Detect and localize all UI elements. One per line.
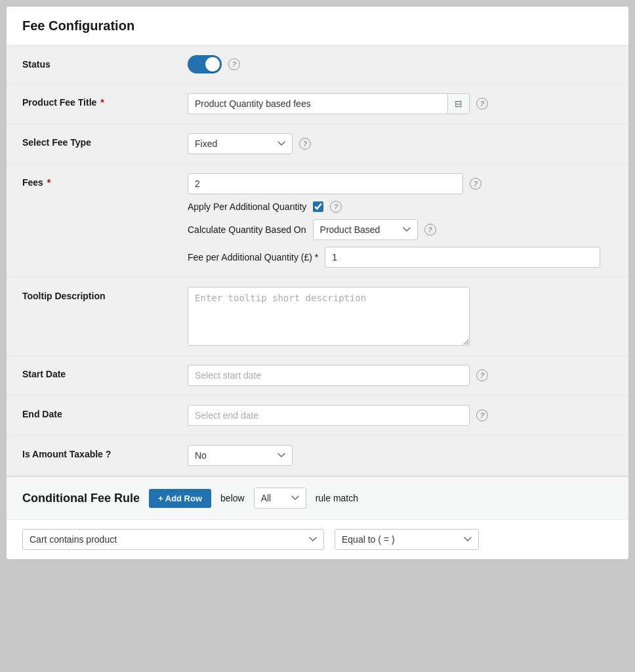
fees-field: ? Apply Per Additional Quantity ? Calcul… [177,164,628,277]
apply-per-qty-checkbox[interactable] [313,201,323,212]
section-header: Fee Configuration [7,7,628,46]
select-fee-type-field: Fixed Percentage ? [177,124,628,163]
fee-configuration-panel: Fee Configuration Status ? Product Fee T… [7,7,628,559]
calc-qty-label: Calculate Quantity Based On [188,224,306,235]
end-date-label: End Date [7,396,177,433]
required-star: * [98,97,104,108]
conditional-header: Conditional Fee Rule + Add Row below All… [7,476,628,519]
start-date-help-icon[interactable]: ? [476,369,488,381]
end-date-row: End Date ? [7,396,628,436]
fees-help-icon[interactable]: ? [470,178,481,190]
fees-required-star: * [45,177,51,188]
calc-qty-select[interactable]: Product Based Cart Based [313,219,418,240]
select-fee-type-row: Select Fee Type Fixed Percentage ? [7,124,628,164]
apply-per-qty-help-icon[interactable]: ? [330,201,342,213]
tooltip-row: Tooltip Description [7,278,628,356]
start-date-label: Start Date [7,356,177,393]
taxable-field: No Yes [177,436,628,475]
fees-row: Fees * ? Apply Per Additional Quantity ?… [7,164,628,278]
taxable-label: Is Amount Taxable ? [7,436,177,473]
status-toggle[interactable] [188,55,222,74]
fees-label: Fees * [7,164,177,201]
apply-per-qty-label: Apply Per Additional Quantity [188,201,306,212]
fee-per-qty-row: Fee per Additional Quantity (£) * [188,247,600,268]
below-label: below [220,493,245,503]
product-fee-title-row: Product Fee Title * ⊟ ? [7,84,628,124]
condition-select[interactable]: Cart contains product Cart total Product… [22,529,324,550]
rule-match-label: rule match [316,493,358,503]
taxable-row: Is Amount Taxable ? No Yes [7,436,628,476]
rule-select[interactable]: All Any [254,488,306,509]
end-date-field: ? [177,396,628,435]
title-icon: ⊟ [447,94,469,114]
status-label: Status [7,46,177,83]
page-title: Fee Configuration [22,18,613,33]
start-date-input[interactable] [188,365,470,386]
calc-qty-help-icon[interactable]: ? [424,224,436,236]
add-row-button[interactable]: + Add Row [149,489,211,508]
product-fee-title-help-icon[interactable]: ? [476,98,488,110]
fees-input[interactable] [188,173,463,194]
calc-qty-row: Calculate Quantity Based On Product Base… [188,219,436,240]
condition-row: Cart contains product Cart total Product… [7,519,628,559]
fee-per-qty-label: Fee per Additional Quantity (£) * [188,252,318,262]
tooltip-field [177,278,628,355]
status-row: Status ? [7,46,628,84]
toggle-track [188,55,222,74]
product-fee-title-input[interactable] [188,94,447,114]
toggle-thumb [205,57,220,72]
product-fee-title-label: Product Fee Title * [7,84,177,121]
status-field: ? [177,46,628,83]
taxable-select[interactable]: No Yes [188,445,293,466]
product-fee-title-field: ⊟ ? [177,84,628,123]
start-date-field: ? [177,356,628,395]
tooltip-label: Tooltip Description [7,278,177,315]
status-help-icon[interactable]: ? [228,58,240,70]
conditional-title: Conditional Fee Rule [22,492,140,505]
title-input-wrapper: ⊟ [188,93,470,114]
start-date-row: Start Date ? [7,356,628,396]
end-date-help-icon[interactable]: ? [476,410,488,421]
tooltip-textarea[interactable] [188,287,470,346]
fee-per-qty-required: * [312,252,318,262]
fee-type-help-icon[interactable]: ? [299,138,311,150]
apply-per-qty-row: Apply Per Additional Quantity ? [188,201,342,213]
fees-input-row: ? [188,173,481,194]
fee-type-select[interactable]: Fixed Percentage [188,133,293,154]
select-fee-type-label: Select Fee Type [7,124,177,161]
end-date-input[interactable] [188,405,470,426]
equal-select[interactable]: Equal to ( = ) Not equal to ( != ) Great… [335,529,479,550]
fee-per-qty-input[interactable] [325,247,600,268]
